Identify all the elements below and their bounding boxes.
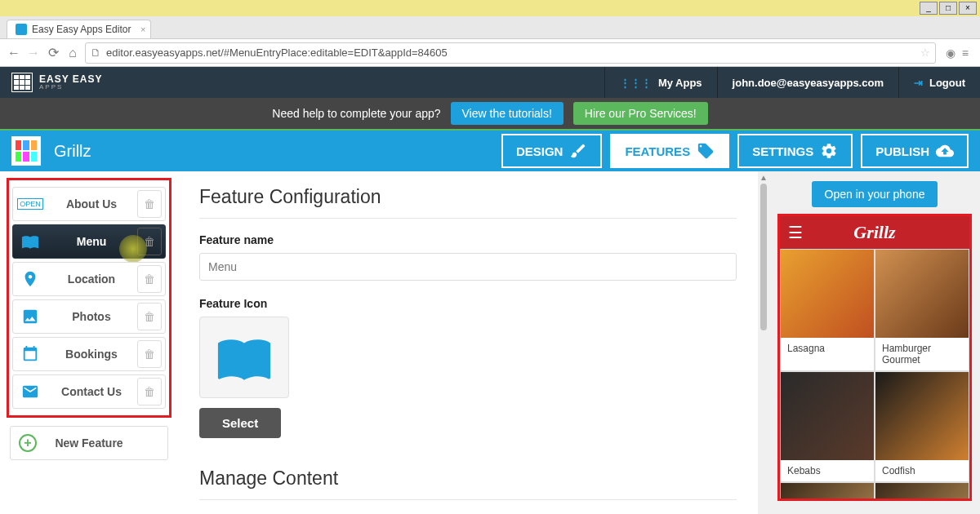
logout-icon: ⇥ — [914, 77, 923, 89]
trash-icon[interactable]: 🗑 — [137, 378, 162, 405]
app-name: Grillz — [54, 142, 91, 161]
browser-tab[interactable]: Easy Easy Apps Editor × — [7, 20, 151, 38]
logo[interactable]: EASY EASY APPS — [0, 73, 114, 92]
food-image — [781, 372, 874, 460]
minimize-button[interactable]: _ — [920, 2, 938, 15]
pin-icon — [21, 270, 39, 288]
tag-icon — [697, 142, 715, 160]
workspace: OPEN About Us 🗑 Menu 🗑 Location 🗑 Photos… — [0, 171, 980, 514]
trash-icon[interactable]: 🗑 — [137, 190, 162, 218]
config-panel: Feature Configuration Feature name Featu… — [178, 171, 758, 514]
menu-item[interactable]: Hamburger Gourmet — [875, 249, 969, 371]
tab-title: Easy Easy Apps Editor — [32, 24, 131, 35]
menu-item[interactable]: Codfish — [875, 371, 969, 482]
back-icon[interactable]: ← — [7, 46, 21, 60]
brush-icon — [569, 142, 587, 160]
phone-header: ☰ Grillz — [780, 216, 969, 249]
my-apps-link[interactable]: ⋮⋮⋮ My Apps — [604, 67, 717, 98]
features-tab[interactable]: FEATURES — [610, 134, 729, 168]
menu-item[interactable]: Kebabs — [780, 371, 875, 482]
grid-icon: ⋮⋮⋮ — [620, 77, 652, 89]
maximize-button[interactable]: □ — [939, 2, 957, 15]
feature-item-menu[interactable]: Menu 🗑 — [12, 224, 166, 259]
food-image — [781, 483, 874, 498]
image-icon — [21, 308, 39, 326]
gear-icon — [820, 142, 838, 160]
food-image — [875, 483, 969, 498]
window-controls: _ □ × — [0, 0, 980, 16]
scroll-up-icon[interactable]: ▲ — [758, 171, 769, 184]
help-bar: Need help to complete your app? View the… — [0, 98, 980, 129]
manage-content-heading: Manage Content — [199, 467, 737, 500]
feature-item-contact-us[interactable]: Contact Us 🗑 — [12, 374, 166, 409]
home-icon[interactable]: ⌂ — [65, 46, 80, 60]
logo-text-bottom: APPS — [39, 84, 102, 91]
close-tab-icon[interactable]: × — [140, 24, 145, 34]
envelope-icon — [21, 383, 39, 401]
feature-icon-preview — [199, 317, 289, 398]
bookmark-star-icon[interactable]: ☆ — [920, 47, 930, 59]
calendar-icon — [21, 345, 39, 363]
extension-icon[interactable]: ◉ — [946, 47, 956, 60]
open-in-phone-button[interactable]: Open in your phone — [812, 181, 938, 207]
help-prompt: Need help to complete your app? — [272, 107, 440, 120]
book-icon — [21, 233, 39, 250]
app-icon — [11, 136, 41, 166]
new-feature-button[interactable]: + New Feature — [10, 426, 168, 460]
preview-pane: Open in your phone ☰ Grillz Lasagna Hamb… — [769, 171, 980, 514]
config-heading: Feature Configuration — [199, 186, 737, 219]
scrollbar[interactable]: ▲ — [758, 171, 769, 514]
select-icon-button[interactable]: Select — [199, 408, 281, 438]
feature-list-highlight: OPEN About Us 🗑 Menu 🗑 Location 🗑 Photos… — [7, 178, 172, 418]
view-tutorials-button[interactable]: View the tutorials! — [451, 102, 564, 125]
browser-tab-bar: Easy Easy Apps Editor × — [0, 16, 980, 39]
menu-item[interactable] — [780, 482, 875, 498]
hire-pro-button[interactable]: Hire our Pro Services! — [573, 102, 708, 125]
address-bar[interactable]: 🗋 editor.easyeasyapps.net/#MenuEntryPlac… — [85, 42, 936, 64]
phone-preview: ☰ Grillz Lasagna Hamburger Gourmet Kebab… — [777, 214, 972, 501]
book-open-icon — [212, 329, 277, 386]
user-email[interactable]: john.doe@easyeasyapps.com — [717, 67, 898, 98]
scroll-thumb[interactable] — [760, 184, 767, 330]
menu-icon[interactable]: ≡ — [962, 47, 969, 60]
favicon — [16, 24, 27, 35]
phone-brand: Grillz — [853, 222, 895, 243]
logo-icon — [11, 73, 33, 92]
close-window-button[interactable]: × — [959, 2, 977, 15]
cloud-upload-icon — [936, 142, 954, 160]
food-image — [875, 372, 969, 460]
publish-tab[interactable]: PUBLISH — [861, 134, 969, 168]
feature-sidebar: OPEN About Us 🗑 Menu 🗑 Location 🗑 Photos… — [0, 171, 178, 514]
menu-item[interactable]: Lasagna — [780, 249, 875, 371]
feature-item-bookings[interactable]: Bookings 🗑 — [12, 337, 166, 371]
page-icon: 🗋 — [91, 47, 101, 59]
action-bar: Grillz DESIGN FEATURES SETTINGS PUBLISH — [0, 129, 980, 171]
food-image — [875, 250, 969, 338]
trash-icon[interactable]: 🗑 — [137, 303, 162, 330]
my-apps-label: My Apps — [658, 77, 702, 89]
logout-link[interactable]: ⇥ Logout — [898, 67, 980, 98]
hamburger-icon[interactable]: ☰ — [788, 223, 803, 242]
app-header: EASY EASY APPS ⋮⋮⋮ My Apps john.doe@easy… — [0, 67, 980, 98]
forward-icon[interactable]: → — [26, 46, 41, 60]
design-tab[interactable]: DESIGN — [501, 134, 603, 168]
plus-icon: + — [19, 434, 37, 452]
open-sign-icon: OPEN — [17, 198, 43, 210]
feature-item-about-us[interactable]: OPEN About Us 🗑 — [12, 187, 166, 221]
trash-icon[interactable]: 🗑 — [137, 265, 162, 293]
feature-name-label: Feature name — [199, 233, 737, 246]
feature-name-input[interactable] — [199, 253, 737, 281]
feature-item-location[interactable]: Location 🗑 — [12, 262, 166, 296]
trash-icon[interactable]: 🗑 — [137, 340, 162, 368]
url-text: editor.easyeasyapps.net/#MenuEntryPlace:… — [106, 47, 448, 59]
settings-tab[interactable]: SETTINGS — [737, 134, 853, 168]
reload-icon[interactable]: ⟳ — [46, 45, 60, 60]
feature-item-photos[interactable]: Photos 🗑 — [12, 299, 166, 334]
browser-toolbar: ← → ⟳ ⌂ 🗋 editor.easyeasyapps.net/#MenuE… — [0, 39, 980, 67]
trash-icon[interactable]: 🗑 — [137, 228, 162, 255]
food-image — [781, 250, 874, 338]
feature-icon-label: Feature Icon — [199, 297, 737, 310]
menu-item[interactable] — [875, 482, 969, 498]
